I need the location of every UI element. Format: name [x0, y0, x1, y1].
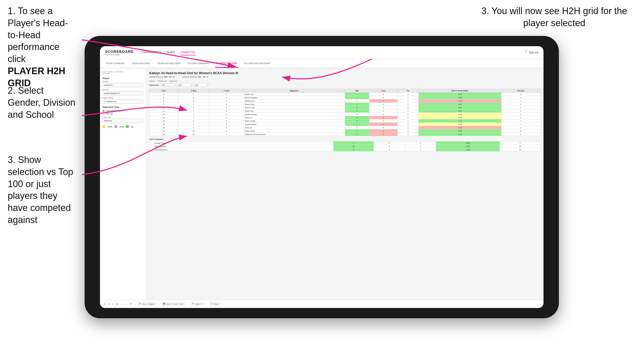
cell-loss: 1	[369, 133, 397, 136]
cell-opponent: Euna Lee	[244, 126, 345, 129]
table-row: 15 8 5 Stella Cheng 1 0 0 1.25 4	[149, 119, 540, 123]
cell-tie: 0	[397, 113, 419, 116]
cell-opponent: Jessica Huang	[244, 113, 345, 116]
legend-down-dot	[103, 125, 106, 128]
colour-label: Colour by	[103, 116, 143, 118]
conference-select[interactable]: (All)	[177, 83, 193, 87]
cell-rounds: 6	[501, 133, 540, 136]
redo-icon[interactable]: ↪	[108, 303, 110, 305]
colour-select[interactable]: Win/loss	[103, 119, 143, 123]
conference-select-wrapper: (All)	[177, 83, 193, 87]
save-custom-view-btn[interactable]: 💾 Save Custom View	[161, 302, 185, 306]
toolbar-sep4	[206, 302, 207, 306]
table-row: NCAA Division 2 5 0 0 7.400 10	[149, 148, 540, 151]
ood-win: 15	[333, 145, 374, 148]
nav-separator: |	[526, 50, 527, 55]
cell-win: 0	[345, 126, 369, 129]
ood-rounds: 2	[500, 141, 540, 145]
step2-text: 2. Select Gender, Division and School	[0, 85, 85, 121]
out-of-division-header: Out of division	[149, 138, 540, 140]
legend-level-label: Level	[119, 126, 124, 128]
cell-loss: 0	[369, 96, 397, 99]
col-div: # Div	[149, 89, 178, 93]
cell-div: 19	[149, 129, 178, 133]
cell-conf: 1	[209, 113, 244, 116]
view-original-btn[interactable]: 👁 View: Original	[137, 302, 156, 306]
division-record-label: Division Record: 331 - 34 - 6	[182, 76, 208, 78]
undo-icon[interactable]: ↩	[104, 303, 106, 305]
table-row: 13 1 1 Jessica Huang 0 0 0 -3.00 2	[149, 113, 540, 116]
radio-top100[interactable]: Top 100	[103, 113, 143, 115]
player-rank-select[interactable]: 8. Katelyn Vo	[103, 99, 143, 104]
legend-down-label: Down	[108, 126, 112, 128]
division-select[interactable]: NCAA Division III	[103, 91, 143, 95]
player-rank-label: Player (Rank)	[103, 97, 143, 99]
watch-btn[interactable]: 👁 Watch ▾	[190, 302, 204, 306]
opponent-filter-select-wrapper: (All)	[194, 83, 209, 87]
cell-loss: 0	[369, 109, 397, 113]
region-filter-group: Region	[149, 80, 155, 82]
arrow-right-icon[interactable]: →	[125, 303, 127, 305]
tab-player-h2h-grid[interactable]: PLAYER H2H GRID	[215, 59, 238, 68]
cell-div: 16	[149, 123, 178, 126]
tab-team-h2h-heatmap[interactable]: TEAM H2H HEATMAP	[156, 59, 182, 68]
col-diff: Diff Av Strokes/Rnd	[419, 89, 501, 93]
opponent-filter-group: Opponent	[169, 80, 177, 82]
cell-reg: 7	[178, 116, 209, 119]
nav-items: TOURNAMENTS TEAMS COMMITTEE	[141, 50, 526, 55]
cell-rounds: 4	[501, 119, 540, 123]
undo2-icon[interactable]: ↩	[112, 303, 114, 305]
cell-opponent: Andrea York	[244, 106, 345, 109]
cell-win: 1	[345, 119, 369, 123]
ood-diff: 7.400	[436, 148, 500, 151]
cell-conf: 6	[209, 129, 244, 133]
nav-right: | Sign out	[526, 50, 538, 55]
cell-div: 11	[149, 109, 178, 113]
ood-loss: 0	[374, 148, 405, 151]
cell-win: 1	[345, 96, 369, 99]
share-btn[interactable]: ⬆ Share	[209, 302, 220, 306]
copy-icon[interactable]: ⊞	[116, 303, 118, 305]
nav-teams[interactable]: TEAMS	[166, 50, 175, 55]
arrow-left-icon[interactable]: ←	[120, 303, 123, 305]
tab-team-summary[interactable]: TEAM SUMMARY	[105, 59, 126, 68]
opponent-view-title: Opponent view	[103, 106, 143, 108]
opponents-select[interactable]: (All)	[160, 83, 176, 87]
table-row: 5 2 2 Alexis Sudjianto 1 0 0 4.00 3	[149, 96, 540, 99]
tab-player-summary[interactable]: PLAYER SUMMARY	[187, 59, 210, 68]
col-opponent: Opponent	[244, 89, 345, 93]
grid-title: Katelyn Vo Head-to-Head Grid for Women's…	[149, 71, 540, 75]
cell-diff: -1.00	[419, 99, 501, 103]
cell-win: 4	[345, 129, 369, 133]
table-row: 10 6 3 Andrea York 2 0 0 4.00 4	[149, 106, 540, 109]
nav-tournaments[interactable]: TOURNAMENTS	[141, 50, 161, 55]
table-row: 20 11 7 Federica Domecq Lacroze 2 1 0 1.…	[149, 133, 540, 136]
nav-signout[interactable]: Sign out	[529, 50, 538, 55]
col-conf: # Conf	[209, 89, 244, 93]
cell-tie: 0	[397, 133, 419, 136]
cell-opponent: Sharon Mun	[244, 103, 345, 106]
ood-name: NAIA Division 1	[149, 145, 334, 148]
table-row: Foreign Team 1 0 0 4.500 2	[149, 141, 540, 145]
cell-reg: 1	[178, 113, 209, 116]
tab-player-h2h-heatmap[interactable]: PLAYER H2H HEATMAP	[243, 59, 271, 68]
cell-conf: 3	[209, 99, 244, 103]
sidebar: Last Updated: 27/03/2024 16:55:38 Player…	[100, 68, 146, 300]
opponent-filter-label: Opponent	[169, 80, 177, 82]
ood-loss: 0	[374, 141, 405, 145]
table-row: 14 7 4 Eunice Yi 2 2 0 0.38 9	[149, 116, 540, 119]
cell-reg: 2	[178, 96, 209, 99]
step1-text: 1. To see a Player's Head-to-Head perfor…	[8, 5, 77, 89]
cell-opponent: Alexis Sudjianto	[244, 96, 345, 99]
gender-select[interactable]: Women's	[103, 83, 143, 87]
cell-reg: 2	[178, 126, 209, 129]
opponent-filter-select[interactable]: (All)	[194, 83, 209, 87]
radio-opponents-played[interactable]: Opponents Played	[103, 110, 143, 112]
legend-level-dot	[114, 125, 117, 128]
toolbar-sep1	[135, 302, 135, 306]
tab-team-h2h-grid[interactable]: TEAM H2H GRID	[131, 59, 151, 68]
time-icon[interactable]: ⏱	[129, 303, 132, 305]
nav-committee[interactable]: COMMITTEE	[180, 50, 196, 55]
gender-label: Gender	[103, 81, 143, 82]
table-row: 3 1 1 Esther Lee 1 0 0 1.50 4	[149, 93, 540, 96]
